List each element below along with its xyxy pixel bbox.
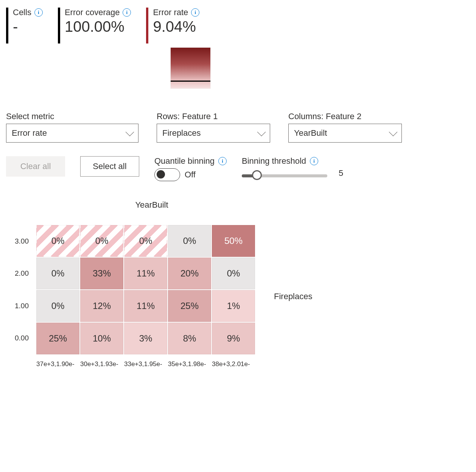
heatmap-column-title: YearBuilt — [44, 200, 260, 210]
metric-bar — [6, 8, 8, 43]
heatmap-cell[interactable]: 25% — [36, 323, 79, 354]
metric-error-coverage-label: Error coverage — [65, 8, 120, 17]
binning-threshold-label: Binning threshold — [242, 156, 306, 166]
heatmap-cell[interactable]: 11% — [124, 290, 167, 322]
heatmap-cell[interactable]: 0% — [168, 225, 211, 257]
heatmap-cell[interactable]: 3% — [124, 323, 167, 354]
chevron-down-icon — [126, 128, 134, 137]
chevron-down-icon — [257, 128, 266, 137]
heatmap-cell[interactable]: 25% — [168, 290, 211, 322]
metric-error-coverage: Error coverage i 100.00% — [58, 8, 131, 43]
color-scale-legend — [170, 47, 211, 89]
info-icon[interactable]: i — [310, 157, 318, 165]
metric-cells: Cells i - — [6, 8, 43, 43]
select-metric-dropdown[interactable]: Error rate — [6, 124, 138, 143]
info-icon[interactable]: i — [34, 8, 43, 17]
metric-error-rate-value: 9.04% — [153, 18, 199, 35]
metric-bar — [58, 8, 60, 43]
cols-feature-dropdown[interactable]: YearBuilt — [288, 124, 402, 143]
rows-feature-value: Fireplaces — [162, 128, 201, 138]
heatmap-cell[interactable]: 0% — [36, 258, 79, 289]
info-icon[interactable]: i — [123, 8, 131, 17]
heatmap-cell[interactable]: 1% — [212, 290, 255, 322]
quantile-binning-label: Quantile binning — [154, 156, 215, 166]
heatmap-y-label: 0.00 — [6, 322, 29, 354]
heatmap-row-title: Fireplaces — [274, 292, 312, 301]
select-all-button[interactable]: Select all — [80, 156, 139, 177]
heatmap-cell[interactable]: 0% — [36, 290, 79, 322]
heatmap-x-label: 35e+3,1.98e- — [168, 360, 211, 368]
heatmap-y-label: 1.00 — [6, 290, 29, 322]
binning-threshold-value: 5 — [339, 168, 343, 178]
heatmap-cell[interactable]: 11% — [124, 258, 167, 289]
heatmap-x-label: 38e+3,2.01e- — [212, 360, 255, 368]
heatmap-cell[interactable]: 8% — [168, 323, 211, 354]
metric-error-rate: Error rate i 9.04% — [146, 8, 199, 43]
heatmap-y-label: 3.00 — [6, 225, 29, 257]
metric-error-rate-label: Error rate — [153, 8, 188, 17]
heatmap-cell[interactable]: 10% — [80, 323, 123, 354]
binning-threshold-slider[interactable] — [242, 174, 327, 177]
heatmap-cell[interactable]: 0% — [212, 258, 255, 289]
heatmap-x-label: 37e+3,1.90e- — [36, 360, 79, 368]
quantile-binning-toggle[interactable] — [154, 168, 180, 181]
heatmap-cell[interactable]: 50% — [212, 225, 255, 257]
select-metric-label: Select metric — [6, 112, 138, 121]
heatmap-cell[interactable]: 9% — [212, 323, 255, 354]
heatmap-cell[interactable]: 12% — [80, 290, 123, 322]
info-icon[interactable]: i — [191, 8, 199, 17]
cols-feature-label: Columns: Feature 2 — [288, 112, 402, 121]
heatmap-cell[interactable]: 33% — [80, 258, 123, 289]
slider-thumb[interactable] — [252, 170, 262, 180]
heatmap-cell[interactable]: 20% — [168, 258, 211, 289]
heatmap-y-label: 2.00 — [6, 258, 29, 289]
quantile-binning-state: Off — [185, 170, 196, 180]
metric-bar — [146, 8, 148, 43]
heatmap-cell[interactable]: 0% — [80, 225, 123, 257]
heatmap-x-label: 33e+3,1.95e- — [124, 360, 167, 368]
select-metric-value: Error rate — [12, 128, 47, 138]
clear-all-button: Clear all — [6, 156, 65, 177]
metric-cells-value: - — [13, 18, 43, 35]
toggle-knob — [157, 170, 165, 179]
rows-feature-dropdown[interactable]: Fireplaces — [157, 124, 270, 143]
chevron-down-icon — [389, 128, 398, 137]
info-icon[interactable]: i — [218, 157, 227, 165]
heatmap-cell[interactable]: 0% — [36, 225, 79, 257]
metric-cells-label: Cells — [13, 8, 31, 17]
metric-error-coverage-value: 100.00% — [65, 18, 131, 35]
rows-feature-label: Rows: Feature 1 — [157, 112, 270, 121]
heatmap-grid: 0%0%0%0%50%0%33%11%20%0%0%12%11%25%1%25%… — [36, 225, 255, 354]
heatmap-cell[interactable]: 0% — [124, 225, 167, 257]
heatmap-x-label: 30e+3,1.93e- — [80, 360, 123, 368]
cols-feature-value: YearBuilt — [294, 128, 327, 138]
